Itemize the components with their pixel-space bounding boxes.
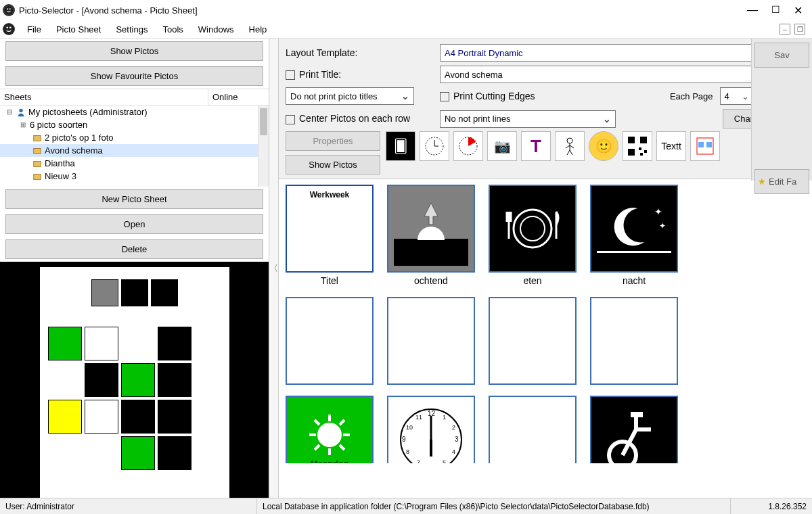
tree-item[interactable]: 6 picto soorten — [30, 120, 87, 130]
minimize-button[interactable]: — — [747, 4, 758, 17]
save-button[interactable]: Sav — [754, 43, 809, 68]
edit-favourites-button[interactable]: ★Edit Fa — [754, 169, 809, 194]
picto-exercise-bike[interactable] — [590, 396, 678, 463]
cutting-edges-checkbox[interactable]: Print Cutting Edges — [440, 91, 535, 101]
chevron-down-icon: ⌄ — [401, 91, 409, 101]
svg-text:8: 8 — [406, 448, 409, 455]
status-user: User: Administrator — [0, 498, 257, 514]
menu-tools[interactable]: Tools — [156, 23, 189, 36]
menu-picto-sheet[interactable]: Picto Sheet — [49, 23, 108, 36]
splitter-handle[interactable]: 〈 — [269, 39, 279, 498]
svg-text:1: 1 — [443, 414, 446, 421]
tree-item[interactable]: Diantha — [45, 158, 75, 168]
star-icon: ★ — [758, 177, 766, 187]
status-database: Local Database in application folder (C:… — [257, 498, 731, 514]
time-fraction-icon[interactable] — [453, 131, 483, 161]
picto-morning[interactable] — [387, 185, 475, 273]
svg-rect-19 — [639, 147, 641, 150]
text-icon[interactable]: T — [521, 131, 551, 161]
show-favourite-pictos-button[interactable]: Show Favourite Pictos — [5, 66, 263, 86]
new-picto-sheet-button[interactable]: New Picto Sheet — [5, 189, 263, 209]
sheet-tree[interactable]: ⊟ My pictosheets (Administrator) ⊞ 6 pic… — [0, 106, 269, 187]
mdi-minimize-button[interactable]: – — [780, 24, 790, 34]
expand-icon[interactable]: ⊞ — [19, 121, 27, 128]
svg-rect-23 — [698, 142, 704, 147]
svg-text:2: 2 — [452, 424, 455, 431]
svg-rect-16 — [628, 137, 635, 143]
svg-text:✦: ✦ — [659, 221, 666, 231]
picto-empty[interactable] — [590, 297, 678, 385]
delete-button[interactable]: Delete — [5, 239, 263, 259]
qr-icon[interactable] — [623, 131, 652, 161]
svg-rect-18 — [628, 149, 635, 156]
tree-root-label: My pictosheets (Administrator) — [28, 107, 148, 117]
app-icon — [3, 4, 15, 16]
svg-point-0 — [5, 6, 13, 14]
show-pictos-button[interactable]: Show Pictos — [5, 41, 263, 61]
svg-rect-25 — [394, 239, 468, 266]
svg-point-26 — [514, 210, 551, 248]
picto-empty[interactable] — [489, 396, 577, 463]
picto-empty[interactable] — [387, 297, 475, 385]
properties-button[interactable]: Properties — [286, 131, 380, 151]
cards-icon[interactable]: 🂠 — [386, 131, 415, 161]
tree-scrollbar[interactable] — [258, 106, 269, 187]
svg-line-38 — [340, 445, 344, 450]
print-title-checkbox[interactable]: Print Title: — [286, 69, 434, 80]
svg-point-1 — [7, 8, 8, 9]
picto-label: ochtend — [387, 273, 475, 286]
svg-rect-7 — [34, 135, 41, 141]
open-button[interactable]: Open — [5, 214, 263, 234]
menu-file[interactable]: File — [20, 23, 48, 36]
picto-empty[interactable] — [489, 297, 577, 385]
picto-title-box[interactable]: Werkweek — [286, 185, 374, 273]
svg-text:✦: ✦ — [654, 206, 662, 217]
svg-rect-20 — [644, 150, 647, 153]
smiley-icon[interactable]: 🙂 — [589, 131, 618, 161]
sheet-icon — [32, 133, 42, 143]
online-column-header: Online — [208, 89, 269, 105]
analog-clock-icon[interactable] — [420, 131, 449, 161]
svg-point-2 — [9, 8, 11, 9]
menu-windows[interactable]: Windows — [191, 23, 241, 36]
svg-rect-31 — [597, 251, 671, 253]
text-tt-icon[interactable]: Textt — [656, 131, 686, 161]
person-icon[interactable] — [555, 131, 585, 161]
camera-icon[interactable]: 📷 — [487, 131, 517, 161]
picto-eat[interactable] — [489, 185, 577, 273]
svg-point-15 — [567, 138, 572, 143]
print-title-input[interactable]: Avond schema — [440, 66, 805, 83]
svg-rect-9 — [34, 161, 41, 166]
cols-select[interactable]: 4⌄ — [720, 87, 754, 105]
sheet-icon — [32, 172, 42, 181]
print-lines-select[interactable]: No not print lines ⌄ — [440, 110, 616, 128]
svg-point-3 — [3, 24, 14, 34]
tree-item[interactable]: Nieuw 3 — [45, 171, 76, 181]
picto-empty[interactable] — [286, 297, 374, 385]
collapse-icon[interactable]: ⊟ — [5, 108, 14, 116]
svg-point-27 — [520, 216, 545, 241]
show-pictos-button-2[interactable]: Show Pictos — [286, 155, 380, 174]
svg-rect-21 — [640, 153, 643, 156]
mdi-restore-button[interactable]: ❐ — [794, 24, 805, 34]
svg-text:7: 7 — [417, 459, 420, 463]
tree-item[interactable]: 2 picto's op 1 foto — [45, 133, 114, 143]
picto-night[interactable]: ✦✦ — [590, 185, 678, 273]
menu-help[interactable]: Help — [242, 23, 274, 36]
center-pictos-checkbox[interactable]: Center Pictos on each row — [286, 113, 434, 124]
app-menu-icon[interactable] — [3, 23, 15, 35]
layout-template-select[interactable]: A4 Portrait Dynamic ⌄ — [440, 44, 805, 62]
picto-canvas[interactable]: Werkweek Titel ochtend eten ✦✦ nacht — [279, 179, 812, 498]
picto-label: eten — [489, 273, 577, 286]
picto-clock[interactable]: 123691245781110 — [387, 396, 475, 463]
svg-rect-8 — [34, 148, 41, 154]
picto-maandag[interactable]: Maandag — [286, 396, 374, 463]
layout-template-label: Layout Template: — [286, 47, 434, 58]
menu-settings[interactable]: Settings — [109, 23, 154, 36]
maximize-button[interactable]: ☐ — [771, 4, 780, 17]
picto-titles-select[interactable]: Do not print picto titles ⌄ — [286, 87, 414, 105]
tree-item-selected[interactable]: Avond schema — [45, 145, 103, 156]
close-button[interactable]: ✕ — [794, 4, 803, 17]
svg-text:9: 9 — [402, 436, 406, 443]
grid-layout-icon[interactable] — [690, 131, 720, 161]
